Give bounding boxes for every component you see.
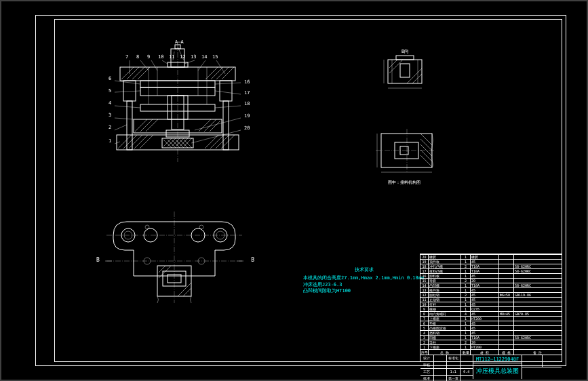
drawing-title: 冲压模具总装图 — [473, 363, 522, 379]
cad-canvas: 7 8 9 10 11 12 13 14 15 6 5 4 3 2 1 16 1… — [1, 1, 587, 380]
part-row: 5凸模固定板145 — [420, 325, 562, 330]
title-block: 1下模座1HT2002导柱2203凹模1T10A58-62HRC4挡料销1455… — [420, 254, 562, 362]
svg-line-67 — [115, 91, 140, 92]
svg-line-70 — [115, 125, 127, 130]
part-row: 18冲孔凸模2T10A58-62HRC — [420, 264, 562, 268]
svg-line-38 — [129, 135, 142, 148]
detail-view-b: B向 — [374, 47, 435, 105]
svg-rect-13 — [223, 101, 229, 150]
part-row: 8内六角螺钉445M8×45GB70-85 — [420, 311, 562, 316]
svg-line-32 — [146, 119, 158, 132]
svg-line-64 — [198, 60, 205, 71]
svg-line-41 — [205, 135, 218, 148]
part-row: 16卸料板145 — [420, 273, 562, 278]
svg-line-94 — [420, 139, 432, 151]
svg-line-75 — [195, 118, 241, 130]
svg-line-76 — [191, 130, 241, 143]
detail-view-side: 图中：撞料机构图 — [368, 123, 449, 184]
svg-line-33 — [199, 119, 211, 132]
svg-rect-78 — [396, 56, 414, 60]
svg-line-42 — [210, 135, 224, 148]
svg-line-60 — [162, 60, 168, 64]
svg-line-35 — [210, 121, 220, 132]
svg-line-28 — [211, 67, 223, 79]
svg-rect-77 — [388, 60, 422, 83]
svg-line-118 — [178, 283, 191, 296]
part-row: 19顶件块145 — [420, 259, 562, 264]
detail-side-caption: 图中：撞料机构图 — [388, 180, 420, 186]
part-row: 14凸凹模1T10A58-62HRC — [420, 283, 562, 287]
svg-line-119 — [183, 288, 191, 296]
svg-point-109 — [199, 225, 203, 229]
part-row: 2导柱220 — [420, 340, 562, 344]
part-row: 4挡料销145 — [420, 330, 562, 335]
svg-line-66 — [115, 81, 140, 84]
svg-line-24 — [132, 67, 144, 79]
svg-rect-2 — [123, 81, 136, 101]
part-row: 17落料凸模1T10A58-62HRC — [420, 268, 562, 273]
svg-point-108 — [145, 225, 149, 229]
svg-line-43 — [216, 135, 229, 148]
svg-line-37 — [123, 135, 137, 148]
svg-line-72 — [215, 83, 241, 84]
part-row: 11止动销145 — [420, 297, 562, 302]
part-row: 13推件块145 — [420, 287, 562, 292]
part-row: 3凹模1T10A58-62HRC — [420, 335, 562, 340]
svg-line-96 — [420, 150, 432, 161]
svg-line-68 — [115, 106, 140, 108]
part-row: 7上模座1HT200 — [420, 316, 562, 321]
part-row: 20橡胶1橡胶 — [420, 254, 562, 259]
section-arrow-right: B — [251, 257, 254, 263]
part-row: 6垫板145 — [420, 321, 562, 325]
section-view-aa — [106, 43, 249, 162]
svg-line-27 — [222, 67, 234, 79]
svg-line-69 — [115, 118, 134, 119]
svg-line-58 — [140, 60, 149, 71]
svg-line-84 — [412, 74, 422, 83]
tech-req-line2: 冲床选用J23-6.3 — [303, 282, 425, 289]
plan-view: B B — [100, 201, 249, 310]
svg-line-71 — [115, 142, 120, 144]
part-row: 1下模座1HT200 — [420, 344, 562, 349]
svg-line-83 — [389, 60, 403, 73]
svg-line-26 — [216, 67, 229, 79]
svg-line-97 — [420, 155, 432, 167]
svg-line-25 — [138, 67, 150, 79]
svg-line-50 — [184, 138, 192, 146]
svg-line-29 — [205, 67, 218, 79]
svg-line-22 — [121, 67, 134, 79]
tech-req-line1: 本模具的闭合高度27.1mm,Hmax 2.1mm,Hmin 0.18mm — [303, 275, 425, 282]
drawing-number: MT112—11229048F — [473, 355, 522, 363]
title-main-block: 设计标准化 审核 工艺1:10.4 批准第一页 MT112—11229048F … — [420, 355, 562, 379]
part-row: 10打杆145 — [420, 302, 562, 306]
tech-req-line3: 凸凹模间隙取为HT100 — [303, 288, 425, 295]
parts-list: 1下模座1HT2002导柱2203凹模1T10A58-62HRC4挡料销1455… — [420, 254, 562, 349]
svg-line-23 — [127, 67, 139, 79]
part-row: 12圆柱销245Φ6×50GB119-86 — [420, 292, 562, 297]
svg-line-56 — [184, 140, 192, 148]
svg-line-74 — [215, 106, 241, 108]
technical-requirements: 技术要求 本模具的闭合高度27.1mm,Hmax 2.1mm,Hmin 0.18… — [303, 267, 425, 295]
svg-line-95 — [420, 144, 432, 156]
svg-line-39 — [134, 135, 148, 148]
svg-line-34 — [204, 119, 216, 132]
section-label: A—A — [175, 39, 184, 45]
part-row: 15导套220 — [420, 278, 562, 283]
detail-b-label: B向 — [401, 49, 409, 54]
svg-line-93 — [420, 134, 432, 145]
part-row: 9模柄1Q235 — [420, 306, 562, 311]
svg-line-73 — [215, 91, 241, 94]
svg-rect-79 — [400, 64, 410, 77]
svg-line-59 — [151, 60, 157, 71]
svg-line-30 — [135, 119, 147, 132]
section-arrow-left: B — [96, 257, 100, 263]
svg-line-40 — [140, 135, 153, 148]
svg-line-31 — [140, 119, 153, 132]
svg-line-82 — [389, 60, 397, 68]
tech-req-title: 技术要求 — [303, 267, 425, 274]
parts-list-header: 序号 名 称 数量 材 料 规 格 备 注 — [420, 349, 562, 355]
